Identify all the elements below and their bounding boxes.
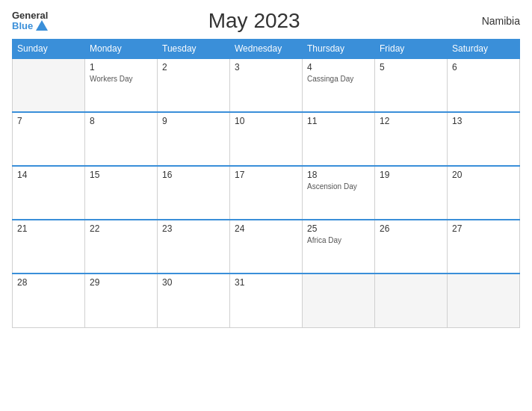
calendar-table: Sunday Monday Tuesday Wednesday Thursday… [12,39,520,328]
calendar-cell: 3 [230,58,303,112]
day-number: 11 [307,116,370,126]
calendar-cell: 22 [85,220,158,274]
logo: General Blue [12,10,48,32]
col-friday: Friday [375,40,448,59]
calendar-cell: 15 [85,166,158,220]
col-tuesday: Tuesday [158,40,230,59]
day-number: 25 [307,223,370,234]
day-number: 18 [307,170,370,180]
day-number: 28 [17,277,80,288]
day-number: 15 [90,170,152,180]
calendar-cell: 30 [158,274,230,327]
calendar-cell: 10 [230,112,303,166]
calendar-cell [448,274,520,327]
day-number: 22 [90,223,152,234]
day-number: 3 [235,62,297,72]
calendar-cell [303,274,375,327]
calendar-cell: 11 [303,112,375,166]
calendar-cell [13,58,85,112]
calendar-cell: 24 [230,220,303,274]
calendar-cell: 7 [13,112,85,166]
day-number: 7 [17,116,80,126]
calendar-week-row: 1415161718Ascension Day1920 [13,166,520,220]
logo-triangle-icon [36,20,48,31]
day-event: Workers Day [90,74,152,84]
day-number: 16 [162,170,225,180]
day-number: 17 [235,170,297,180]
calendar-week-row: 2122232425Africa Day2627 [13,220,520,274]
calendar-cell: 12 [375,112,448,166]
calendar-title: May 2023 [48,9,460,33]
calendar-cell: 18Ascension Day [303,166,375,220]
calendar-cell: 1Workers Day [85,58,158,112]
calendar-cell: 19 [375,166,448,220]
calendar-cell: 16 [158,166,230,220]
header: General Blue May 2023 Namibia [12,9,520,33]
calendar-cell: 25Africa Day [303,220,375,274]
calendar-cell: 28 [13,274,85,327]
day-number: 20 [452,170,515,180]
calendar-cell: 23 [158,220,230,274]
calendar-cell: 27 [448,220,520,274]
col-wednesday: Wednesday [230,40,303,59]
calendar-cell: 5 [375,58,448,112]
logo-blue-text: Blue [12,21,33,31]
col-sunday: Sunday [13,40,85,59]
calendar-cell: 4Cassinga Day [303,58,375,112]
day-number: 5 [380,62,442,72]
day-number: 12 [380,116,442,126]
day-number: 8 [90,116,152,126]
calendar-cell: 20 [448,166,520,220]
calendar-cell: 17 [230,166,303,220]
day-event: Cassinga Day [307,74,370,84]
day-number: 24 [235,223,297,234]
day-number: 13 [452,116,515,126]
calendar-week-row: 78910111213 [13,112,520,166]
calendar-header-row: Sunday Monday Tuesday Wednesday Thursday… [13,40,520,59]
day-number: 10 [235,116,297,126]
day-number: 21 [17,223,80,234]
col-monday: Monday [85,40,158,59]
calendar-cell: 26 [375,220,448,274]
col-saturday: Saturday [448,40,520,59]
day-number: 14 [17,170,80,180]
calendar-page: General Blue May 2023 Namibia Sunday Mon… [0,0,532,411]
calendar-cell: 21 [13,220,85,274]
day-number: 29 [90,277,152,288]
day-number: 27 [452,223,515,234]
calendar-week-row: 28293031 [13,274,520,327]
day-number: 23 [162,223,225,234]
calendar-cell: 8 [85,112,158,166]
day-number: 9 [162,116,225,126]
day-event: Ascension Day [307,182,370,191]
day-number: 2 [162,62,225,72]
day-number: 4 [307,62,370,72]
calendar-cell: 2 [158,58,230,112]
day-number: 19 [380,170,442,180]
day-number: 30 [162,277,225,288]
calendar-week-row: 1Workers Day234Cassinga Day56 [13,58,520,112]
col-thursday: Thursday [303,40,375,59]
logo-general-text: General [12,10,48,20]
calendar-cell: 31 [230,274,303,327]
day-number: 1 [90,62,152,72]
day-number: 6 [452,62,515,72]
calendar-cell: 9 [158,112,230,166]
calendar-cell: 29 [85,274,158,327]
calendar-cell [375,274,448,327]
calendar-cell: 13 [448,112,520,166]
day-event: Africa Day [307,235,370,245]
calendar-cell: 6 [448,58,520,112]
country-label: Namibia [460,15,520,27]
calendar-cell: 14 [13,166,85,220]
day-number: 26 [380,223,442,234]
day-number: 31 [235,277,297,288]
